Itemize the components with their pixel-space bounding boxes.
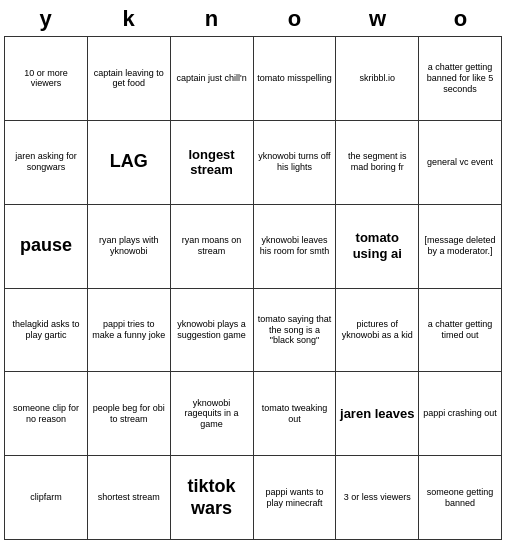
bingo-cell-8[interactable]: longest stream: [171, 121, 254, 205]
bingo-cell-9[interactable]: yknowobi turns off his lights: [254, 121, 337, 205]
header-letter-4: w: [336, 4, 419, 34]
bingo-cell-1[interactable]: captain leaving to get food: [88, 37, 171, 121]
bingo-cell-15[interactable]: yknowobi leaves his room for smth: [254, 205, 337, 289]
bingo-cell-22[interactable]: pictures of yknowobi as a kid: [336, 289, 419, 373]
bingo-cell-7[interactable]: LAG: [88, 121, 171, 205]
bingo-cell-6[interactable]: jaren asking for songwars: [5, 121, 88, 205]
bingo-cell-29[interactable]: pappi crashing out: [419, 372, 502, 456]
bingo-cell-33[interactable]: pappi wants to play minecraft: [254, 456, 337, 540]
bingo-cell-10[interactable]: the segment is mad boring fr: [336, 121, 419, 205]
bingo-cell-0[interactable]: 10 or more viewers: [5, 37, 88, 121]
bingo-cell-32[interactable]: tiktok wars: [171, 456, 254, 540]
bingo-cell-19[interactable]: pappi tries to make a funny joke: [88, 289, 171, 373]
bingo-cell-30[interactable]: clipfarm: [5, 456, 88, 540]
bingo-cell-17[interactable]: [message deleted by a moderator.]: [419, 205, 502, 289]
header-letter-0: y: [4, 4, 87, 34]
bingo-cell-26[interactable]: yknowobi ragequits in a game: [171, 372, 254, 456]
bingo-cell-5[interactable]: a chatter getting banned for like 5 seco…: [419, 37, 502, 121]
bingo-cell-20[interactable]: yknowobi plays a suggestion game: [171, 289, 254, 373]
bingo-cell-23[interactable]: a chatter getting timed out: [419, 289, 502, 373]
header-letter-2: n: [170, 4, 253, 34]
bingo-cell-4[interactable]: skribbl.io: [336, 37, 419, 121]
bingo-cell-14[interactable]: ryan moans on stream: [171, 205, 254, 289]
bingo-cell-2[interactable]: captain just chill'n: [171, 37, 254, 121]
bingo-cell-12[interactable]: pause: [5, 205, 88, 289]
bingo-cell-25[interactable]: people beg for obi to stream: [88, 372, 171, 456]
bingo-cell-18[interactable]: thelagkid asks to play gartic: [5, 289, 88, 373]
bingo-cell-16[interactable]: tomato using ai: [336, 205, 419, 289]
header-letter-3: o: [253, 4, 336, 34]
bingo-cell-35[interactable]: someone getting banned: [419, 456, 502, 540]
bingo-cell-34[interactable]: 3 or less viewers: [336, 456, 419, 540]
header-row: yknowo: [4, 4, 502, 34]
bingo-cell-11[interactable]: general vc event: [419, 121, 502, 205]
bingo-cell-21[interactable]: tomato saying that the song is a "black …: [254, 289, 337, 373]
header-letter-1: k: [87, 4, 170, 34]
bingo-board: yknowo 10 or more viewerscaptain leaving…: [0, 0, 506, 544]
header-letter-5: o: [419, 4, 502, 34]
bingo-cell-24[interactable]: someone clip for no reason: [5, 372, 88, 456]
bingo-grid: 10 or more viewerscaptain leaving to get…: [4, 36, 502, 540]
bingo-cell-3[interactable]: tomato misspelling: [254, 37, 337, 121]
bingo-cell-31[interactable]: shortest stream: [88, 456, 171, 540]
bingo-cell-27[interactable]: tomato tweaking out: [254, 372, 337, 456]
bingo-cell-28[interactable]: jaren leaves: [336, 372, 419, 456]
bingo-cell-13[interactable]: ryan plays with yknowobi: [88, 205, 171, 289]
